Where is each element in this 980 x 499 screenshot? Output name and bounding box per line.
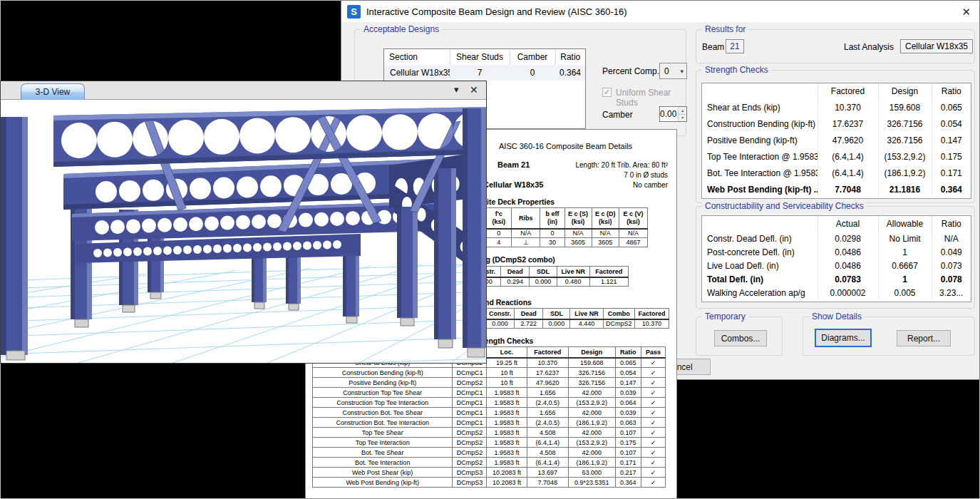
table-cell: 47.9620 (817, 132, 878, 148)
column-header: Constr. (486, 309, 515, 319)
group-label: Acceptable Designs (361, 24, 442, 34)
3d-viewport[interactable] (1, 100, 486, 363)
table-cell: ✓ (641, 398, 665, 408)
chevron-down-icon: ▾ (680, 68, 686, 75)
table-cell: 1.121 (589, 277, 628, 287)
percent-comp-dropdown[interactable]: 0 ▾ (659, 63, 687, 79)
table-cell: DCmpC1 (453, 398, 487, 408)
table-cell: ✓ (641, 368, 665, 378)
loading-table: Constr.DeadSDLLive NRFactored0.0000.2940… (468, 266, 629, 287)
column-header: E c (S) (ksi) (564, 208, 592, 229)
table-cell: 13.697 (527, 468, 568, 478)
beam-value-field[interactable]: 21 (726, 39, 744, 53)
table-row: Bot. Tee InteractionDCmpS21.9583 ft(6.4,… (313, 458, 666, 468)
table-cell: 2.722 (515, 319, 543, 329)
table-cell: Construction Bot. Tee Shear (313, 408, 453, 418)
desktop: S Interactive Composite Beam Design and … (0, 0, 980, 499)
table-cell: Total Defl. (in) (702, 272, 817, 286)
table-cell: (2.4,0.5) (527, 398, 568, 408)
table-cell: 4 (486, 238, 512, 247)
table-cell: Web Post Shear (kip) (313, 468, 453, 478)
table-cell: 0.078 (932, 272, 971, 286)
camber-spinner[interactable]: 0.00 ▲ ▼ (659, 106, 687, 122)
group-label: Show Details (809, 312, 865, 321)
column-header: Combo (603, 309, 634, 319)
table-cell: 0.147 (615, 378, 641, 388)
table-cell: 10.370 (527, 358, 568, 368)
table-cell: DCmpS3 (453, 468, 487, 478)
table-cell: (153.2,9.2) (568, 398, 615, 408)
close-icon[interactable]: ✕ (961, 6, 971, 17)
table-row: Construction Bot. Tee ShearDCmpC11.9583 … (313, 408, 666, 418)
table-cell: 42.000 (568, 448, 615, 458)
strength-checks-table: FactoredDesignRatioShear at Ends (kip)10… (701, 83, 971, 199)
column-header: Design (878, 83, 932, 99)
table-cell: 0.9*23.5351 (568, 478, 615, 488)
table-cell: 0.063 (615, 418, 641, 428)
table-cell: (2.4,0.5) (527, 418, 568, 428)
close-icon[interactable]: ✕ (470, 85, 478, 95)
table-cell: Walking Acceleration ap/g (702, 286, 817, 299)
column-header: Factored (634, 309, 669, 319)
dialog-titlebar[interactable]: S Interactive Composite Beam Design and … (341, 1, 979, 23)
table-cell: ✓ (641, 418, 665, 428)
table-cell: 0.054 (932, 115, 971, 132)
combos-button[interactable]: Combos... (714, 330, 767, 346)
3d-view-tab[interactable]: 3-D View (21, 83, 85, 100)
table-cell: 1.656 (527, 388, 568, 398)
table-cell: 1.9583 ft (487, 438, 527, 448)
cellular-beam-front (53, 107, 486, 167)
3d-view-window: 3-D View ▾ ✕ (0, 81, 487, 364)
table-cell: ✓ (641, 448, 665, 458)
table-cell: (186.1,9.2) (878, 165, 932, 181)
report-button[interactable]: Report... (897, 330, 951, 346)
table-cell: 10.370 (817, 99, 878, 115)
table-cell: Web Post Bending (kip-ft) (313, 478, 453, 488)
table-cell: 42.000 (568, 408, 615, 418)
table-cell: 10.370 (634, 319, 669, 329)
table-cell: DCmpS2 (453, 428, 487, 438)
table-cell: 4.440 (570, 319, 603, 329)
table-cell: N/A (619, 229, 647, 238)
table-row[interactable]: Cellular W18x35700.364 (384, 65, 585, 81)
table-cell: Positive Bending (kip-ft) (702, 132, 817, 148)
table-cell: (186.1,9.2) (568, 418, 615, 428)
3d-view-titlebar[interactable]: 3-D View ▾ ✕ (1, 81, 486, 100)
table-row: Bot. Tee ShearDCmpS21.9583 ft4.50842.000… (313, 448, 666, 458)
collapse-icon[interactable]: ▾ (454, 85, 459, 94)
report-camber-info: No camber (633, 181, 668, 189)
table-cell: DCmpS2 (453, 458, 487, 468)
table-cell: 63.000 (568, 468, 615, 478)
table-row: Top Tee Interaction @ 1.9583 ft(6.4,1.4)… (702, 148, 971, 165)
table-cell: Top Tee Interaction (313, 438, 453, 448)
table-cell: 0.175 (932, 148, 971, 165)
column-header: Allowable (878, 216, 932, 232)
group-label: Temporary (702, 312, 748, 321)
table-cell: 1.9583 ft (487, 408, 527, 418)
last-analysis-value-field[interactable]: Cellular W18x35 (900, 39, 973, 53)
report-section-label: Cellular W18x35 (483, 180, 543, 189)
end-reactions-heading: End Reactions (480, 298, 532, 307)
spin-up-icon[interactable]: ▲ (679, 107, 686, 115)
table-cell: 0.000 (543, 319, 570, 329)
table-cell: 47.9620 (527, 378, 568, 388)
table-cell: 1.9583 ft (487, 398, 527, 408)
column-header: Camber (510, 49, 555, 65)
table-cell: Shear at Ends (kip) (702, 99, 817, 115)
column-header: Loc. (487, 347, 527, 358)
table-cell: 7.7048 (527, 478, 568, 488)
table-cell: 4.508 (527, 428, 568, 438)
column-header: Section (384, 49, 450, 65)
table-cell: 7 (450, 65, 510, 81)
uniform-shear-studs-label: Uniform Shear Studs (616, 88, 686, 108)
diagrams-button[interactable]: Diagrams... (815, 329, 872, 347)
column-header: Live NR (557, 267, 589, 277)
spin-down-icon[interactable]: ▼ (679, 115, 686, 122)
uniform-shear-studs-checkbox[interactable]: ✓ (602, 88, 612, 97)
table-cell: 17.6237 (817, 115, 878, 132)
table-cell: ✓ (641, 458, 665, 468)
table-cell: 1.656 (527, 408, 568, 418)
table-cell: (6.4,1.4) (527, 458, 568, 468)
table-cell: 4.508 (527, 448, 568, 458)
column-header: Live NR (570, 309, 603, 319)
